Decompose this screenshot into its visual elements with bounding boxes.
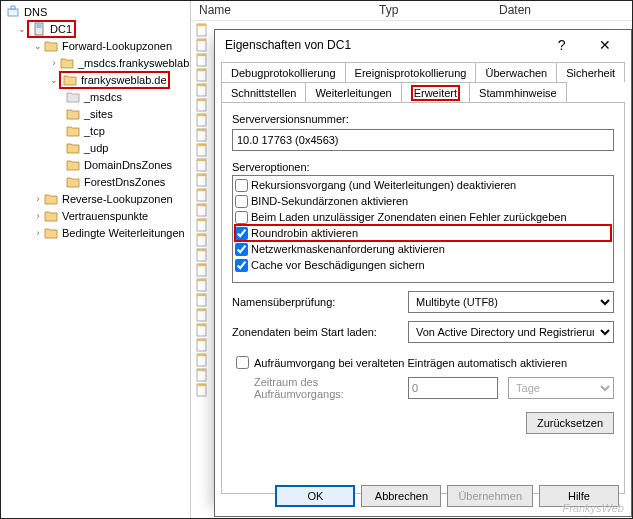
tree-sub-2[interactable]: _tcp [5, 122, 190, 139]
tree-trust[interactable]: › Vertrauenspunkte [5, 207, 190, 224]
col-typ[interactable]: Typ [371, 1, 491, 20]
tree-rev[interactable]: › Reverse-Lookupzonen [5, 190, 190, 207]
folder-icon [62, 73, 78, 87]
tree-pane: DNS ⌄ DC1 ⌄ Forward-Lookupzonen › _msdcs… [1, 1, 191, 518]
tree-root-label: DNS [24, 6, 47, 18]
chevron-down-icon[interactable]: ⌄ [33, 41, 43, 51]
tree-root[interactable]: DNS [5, 3, 190, 20]
tab-advanced[interactable]: Erweitert [401, 82, 470, 102]
namecheck-label: Namensüberprüfung: [232, 296, 402, 308]
tree-zone[interactable]: ⌄ frankysweblab.de [5, 71, 190, 88]
chevron-right-icon[interactable]: › [33, 211, 43, 221]
cleanup-period-label: Zeitraum des Aufräumvorgangs: [254, 376, 398, 400]
version-field [232, 129, 614, 151]
zoneload-label: Zonendaten beim Start laden: [232, 326, 402, 338]
server-icon [31, 22, 47, 36]
zoneload-combo[interactable]: Von Active Directory und Registrierung [408, 321, 614, 343]
folder-icon [65, 175, 81, 189]
folder-icon [43, 209, 59, 223]
tab-security[interactable]: Sicherheit [556, 62, 625, 82]
folder-icon [65, 158, 81, 172]
cleanup-value-field [408, 377, 498, 399]
chevron-right-icon[interactable]: › [33, 228, 43, 238]
tree-label: DomainDnsZones [84, 159, 172, 171]
cleanup-period-row: Zeitraum des Aufräumvorgangs: Tage [254, 376, 614, 400]
dialog-title: Eigenschaften von DC1 [225, 38, 351, 52]
help-button[interactable]: ? [542, 32, 582, 58]
close-button[interactable]: ✕ [585, 32, 625, 58]
tree-zone-label: frankysweblab.de [81, 74, 167, 86]
cleanup-unit-combo: Tage [508, 377, 614, 399]
chevron-right-icon[interactable]: › [33, 194, 43, 204]
tab-debug[interactable]: Debugprotokollierung [221, 62, 346, 82]
checkbox[interactable] [235, 259, 248, 272]
tree-dc1-label: DC1 [50, 23, 72, 35]
tree-sub-1[interactable]: _sites [5, 105, 190, 122]
cancel-button[interactable]: Abbrechen [361, 485, 441, 507]
tree-sub-5[interactable]: ForestDnsZones [5, 173, 190, 190]
version-label: Serverversionsnummer: [232, 113, 614, 125]
watermark: FrankysWeb [562, 502, 624, 514]
folder-icon [59, 56, 75, 70]
checkbox[interactable] [235, 211, 248, 224]
properties-dialog: Eigenschaften von DC1 ? ✕ Debugprotokoll… [214, 29, 632, 517]
tree-label: ForestDnsZones [84, 176, 165, 188]
options-label: Serveroptionen: [232, 161, 614, 173]
tab-roothints[interactable]: Stammhinweise [469, 82, 567, 102]
opt-bind[interactable]: BIND-Sekundärzonen aktivieren [235, 193, 611, 209]
chevron-down-icon[interactable]: ⌄ [49, 75, 59, 85]
checkbox[interactable] [235, 195, 248, 208]
dns-icon [5, 5, 21, 19]
cleanup-check-row[interactable]: Aufräumvorgang bei veralteten Einträgen … [232, 353, 614, 372]
server-options-list[interactable]: Rekursionsvorgang (und Weiterleitungen) … [232, 175, 614, 283]
dialog-titlebar[interactable]: Eigenschaften von DC1 ? ✕ [215, 30, 631, 60]
tree-dc1[interactable]: ⌄ DC1 [5, 20, 190, 37]
folder-icon [65, 107, 81, 121]
tree-sub-4[interactable]: DomainDnsZones [5, 156, 190, 173]
list-header: Name Typ Daten [191, 1, 632, 21]
reset-button[interactable]: Zurücksetzen [526, 412, 614, 434]
tree-label: Vertrauenspunkte [62, 210, 148, 222]
tree-label: Bedingte Weiterleitungen [62, 227, 185, 239]
opt-failload[interactable]: Beim Laden unzulässiger Zonendaten einen… [235, 209, 611, 225]
folder-icon [65, 124, 81, 138]
namecheck-combo[interactable]: Multibyte (UTF8) [408, 291, 614, 313]
cleanup-checkbox[interactable] [236, 356, 249, 369]
col-name[interactable]: Name [191, 1, 371, 20]
checkbox[interactable] [235, 243, 248, 256]
tab-interfaces[interactable]: Schnittstellen [221, 82, 306, 102]
tab-event[interactable]: Ereignisprotokollierung [345, 62, 477, 82]
tree-fwd-label: Forward-Lookupzonen [62, 40, 172, 52]
tree-msdcs-long[interactable]: › _msdcs.frankysweblab [5, 54, 190, 71]
tree-fwd[interactable]: ⌄ Forward-Lookupzonen [5, 37, 190, 54]
tree-label: _msdcs.frankysweblab [78, 57, 189, 69]
chevron-right-icon[interactable]: › [49, 58, 59, 68]
checkbox[interactable] [235, 179, 248, 192]
tree-sub-3[interactable]: _udp [5, 139, 190, 156]
folder-icon [43, 192, 59, 206]
col-daten[interactable]: Daten [491, 1, 632, 20]
tree-label: Reverse-Lookupzonen [62, 193, 173, 205]
opt-recursion[interactable]: Rekursionsvorgang (und Weiterleitungen) … [235, 177, 611, 193]
folder-grey-icon [65, 90, 81, 104]
folder-icon [43, 226, 59, 240]
opt-roundrobin[interactable]: Roundrobin aktivieren [235, 225, 611, 241]
tree-label: _msdcs [84, 91, 122, 103]
tab-monitor[interactable]: Überwachen [475, 62, 557, 82]
tab-forwarders[interactable]: Weiterleitungen [305, 82, 401, 102]
folder-icon [43, 39, 59, 53]
tree-label: _tcp [84, 125, 105, 137]
opt-cache[interactable]: Cache vor Beschädigungen sichern [235, 257, 611, 273]
apply-button: Übernehmen [447, 485, 533, 507]
opt-netmask[interactable]: Netzwerkmaskenanforderung aktivieren [235, 241, 611, 257]
ok-button[interactable]: OK [275, 485, 355, 507]
tree-label: _sites [84, 108, 113, 120]
tab-content: Serverversionsnummer: Serveroptionen: Re… [221, 102, 625, 494]
tree-cond[interactable]: › Bedingte Weiterleitungen [5, 224, 190, 241]
chevron-down-icon[interactable]: ⌄ [17, 24, 27, 34]
checkbox[interactable] [235, 227, 248, 240]
tree-label: _udp [84, 142, 108, 154]
cleanup-label: Aufräumvorgang bei veralteten Einträgen … [254, 357, 567, 369]
tree-sub-0[interactable]: _msdcs [5, 88, 190, 105]
folder-icon [65, 141, 81, 155]
